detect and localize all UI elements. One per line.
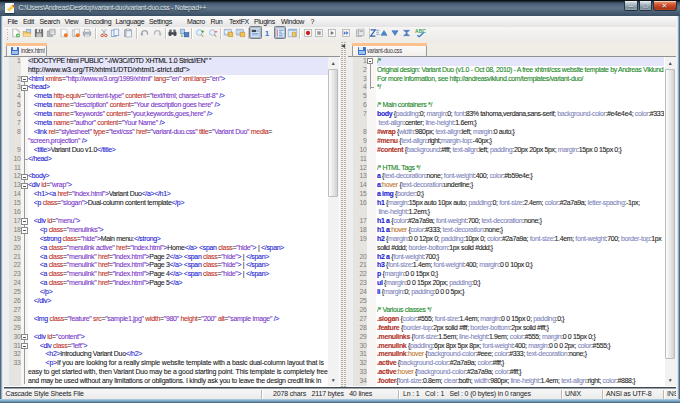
svg-text:ABC: ABC (415, 29, 426, 34)
svg-text:1: 1 (265, 29, 270, 37)
